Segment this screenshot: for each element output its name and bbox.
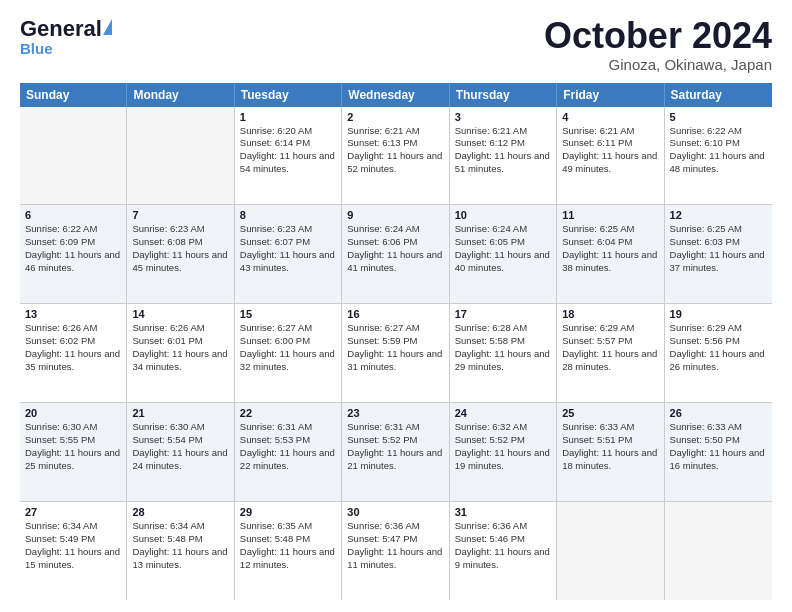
daylight-text: Daylight: 11 hours and 49 minutes.	[562, 150, 658, 176]
daylight-text: Daylight: 11 hours and 37 minutes.	[670, 249, 767, 275]
cal-cell: 9Sunrise: 6:24 AMSunset: 6:06 PMDaylight…	[342, 205, 449, 303]
daylight-text: Daylight: 11 hours and 48 minutes.	[670, 150, 767, 176]
sunrise-text: Sunrise: 6:27 AM	[240, 322, 336, 335]
sunset-text: Sunset: 5:51 PM	[562, 434, 658, 447]
sunset-text: Sunset: 5:46 PM	[455, 533, 551, 546]
cal-cell: 5Sunrise: 6:22 AMSunset: 6:10 PMDaylight…	[665, 107, 772, 205]
day-number: 10	[455, 209, 551, 221]
page: General Blue October 2024 Ginoza, Okinaw…	[0, 0, 792, 612]
cal-cell: 7Sunrise: 6:23 AMSunset: 6:08 PMDaylight…	[127, 205, 234, 303]
sunset-text: Sunset: 6:14 PM	[240, 137, 336, 150]
daylight-text: Daylight: 11 hours and 54 minutes.	[240, 150, 336, 176]
daylight-text: Daylight: 11 hours and 9 minutes.	[455, 546, 551, 572]
day-number: 29	[240, 506, 336, 518]
sunrise-text: Sunrise: 6:32 AM	[455, 421, 551, 434]
cal-cell: 23Sunrise: 6:31 AMSunset: 5:52 PMDayligh…	[342, 403, 449, 501]
sunrise-text: Sunrise: 6:22 AM	[25, 223, 121, 236]
sunrise-text: Sunrise: 6:30 AM	[25, 421, 121, 434]
cal-cell: 27Sunrise: 6:34 AMSunset: 5:49 PMDayligh…	[20, 502, 127, 600]
cal-cell: 28Sunrise: 6:34 AMSunset: 5:48 PMDayligh…	[127, 502, 234, 600]
daylight-text: Daylight: 11 hours and 24 minutes.	[132, 447, 228, 473]
sunset-text: Sunset: 6:00 PM	[240, 335, 336, 348]
sunset-text: Sunset: 6:09 PM	[25, 236, 121, 249]
sunrise-text: Sunrise: 6:29 AM	[562, 322, 658, 335]
calendar-week-3: 13Sunrise: 6:26 AMSunset: 6:02 PMDayligh…	[20, 304, 772, 403]
sunset-text: Sunset: 5:52 PM	[347, 434, 443, 447]
sunrise-text: Sunrise: 6:25 AM	[562, 223, 658, 236]
sunset-text: Sunset: 5:57 PM	[562, 335, 658, 348]
daylight-text: Daylight: 11 hours and 13 minutes.	[132, 546, 228, 572]
cal-cell: 1Sunrise: 6:20 AMSunset: 6:14 PMDaylight…	[235, 107, 342, 205]
sunrise-text: Sunrise: 6:30 AM	[132, 421, 228, 434]
sunset-text: Sunset: 5:50 PM	[670, 434, 767, 447]
sunrise-text: Sunrise: 6:25 AM	[670, 223, 767, 236]
cal-cell: 30Sunrise: 6:36 AMSunset: 5:47 PMDayligh…	[342, 502, 449, 600]
day-number: 13	[25, 308, 121, 320]
cal-cell: 3Sunrise: 6:21 AMSunset: 6:12 PMDaylight…	[450, 107, 557, 205]
day-number: 23	[347, 407, 443, 419]
sunrise-text: Sunrise: 6:24 AM	[455, 223, 551, 236]
cal-cell: 17Sunrise: 6:28 AMSunset: 5:58 PMDayligh…	[450, 304, 557, 402]
day-number: 31	[455, 506, 551, 518]
day-number: 14	[132, 308, 228, 320]
daylight-text: Daylight: 11 hours and 25 minutes.	[25, 447, 121, 473]
cal-cell	[20, 107, 127, 205]
day-header-monday: Monday	[127, 83, 234, 107]
sunset-text: Sunset: 5:55 PM	[25, 434, 121, 447]
cal-cell: 12Sunrise: 6:25 AMSunset: 6:03 PMDayligh…	[665, 205, 772, 303]
day-number: 18	[562, 308, 658, 320]
cal-cell: 13Sunrise: 6:26 AMSunset: 6:02 PMDayligh…	[20, 304, 127, 402]
logo-triangle-icon	[103, 19, 112, 35]
cal-cell: 2Sunrise: 6:21 AMSunset: 6:13 PMDaylight…	[342, 107, 449, 205]
daylight-text: Daylight: 11 hours and 18 minutes.	[562, 447, 658, 473]
cal-cell: 18Sunrise: 6:29 AMSunset: 5:57 PMDayligh…	[557, 304, 664, 402]
cal-cell	[557, 502, 664, 600]
daylight-text: Daylight: 11 hours and 52 minutes.	[347, 150, 443, 176]
calendar-week-1: 1Sunrise: 6:20 AMSunset: 6:14 PMDaylight…	[20, 107, 772, 206]
sunrise-text: Sunrise: 6:31 AM	[347, 421, 443, 434]
cal-cell: 29Sunrise: 6:35 AMSunset: 5:48 PMDayligh…	[235, 502, 342, 600]
sunrise-text: Sunrise: 6:28 AM	[455, 322, 551, 335]
cal-cell: 26Sunrise: 6:33 AMSunset: 5:50 PMDayligh…	[665, 403, 772, 501]
day-number: 30	[347, 506, 443, 518]
daylight-text: Daylight: 11 hours and 16 minutes.	[670, 447, 767, 473]
day-header-thursday: Thursday	[450, 83, 557, 107]
day-number: 19	[670, 308, 767, 320]
cal-cell: 15Sunrise: 6:27 AMSunset: 6:00 PMDayligh…	[235, 304, 342, 402]
sunrise-text: Sunrise: 6:21 AM	[455, 125, 551, 138]
day-number: 1	[240, 111, 336, 123]
sunset-text: Sunset: 6:11 PM	[562, 137, 658, 150]
cal-cell: 8Sunrise: 6:23 AMSunset: 6:07 PMDaylight…	[235, 205, 342, 303]
sunrise-text: Sunrise: 6:26 AM	[132, 322, 228, 335]
daylight-text: Daylight: 11 hours and 21 minutes.	[347, 447, 443, 473]
sunset-text: Sunset: 6:02 PM	[25, 335, 121, 348]
daylight-text: Daylight: 11 hours and 40 minutes.	[455, 249, 551, 275]
sunset-text: Sunset: 6:08 PM	[132, 236, 228, 249]
daylight-text: Daylight: 11 hours and 45 minutes.	[132, 249, 228, 275]
sunrise-text: Sunrise: 6:34 AM	[25, 520, 121, 533]
calendar-header-row: SundayMondayTuesdayWednesdayThursdayFrid…	[20, 83, 772, 107]
daylight-text: Daylight: 11 hours and 32 minutes.	[240, 348, 336, 374]
daylight-text: Daylight: 11 hours and 19 minutes.	[455, 447, 551, 473]
sunset-text: Sunset: 5:47 PM	[347, 533, 443, 546]
sunset-text: Sunset: 6:04 PM	[562, 236, 658, 249]
daylight-text: Daylight: 11 hours and 11 minutes.	[347, 546, 443, 572]
calendar: SundayMondayTuesdayWednesdayThursdayFrid…	[20, 83, 772, 600]
day-number: 9	[347, 209, 443, 221]
day-number: 16	[347, 308, 443, 320]
sunset-text: Sunset: 5:56 PM	[670, 335, 767, 348]
sunrise-text: Sunrise: 6:22 AM	[670, 125, 767, 138]
sunrise-text: Sunrise: 6:36 AM	[347, 520, 443, 533]
daylight-text: Daylight: 11 hours and 28 minutes.	[562, 348, 658, 374]
day-number: 27	[25, 506, 121, 518]
calendar-body: 1Sunrise: 6:20 AMSunset: 6:14 PMDaylight…	[20, 107, 772, 600]
cal-cell	[127, 107, 234, 205]
daylight-text: Daylight: 11 hours and 15 minutes.	[25, 546, 121, 572]
cal-cell: 19Sunrise: 6:29 AMSunset: 5:56 PMDayligh…	[665, 304, 772, 402]
sunset-text: Sunset: 5:54 PM	[132, 434, 228, 447]
day-number: 11	[562, 209, 658, 221]
cal-cell: 10Sunrise: 6:24 AMSunset: 6:05 PMDayligh…	[450, 205, 557, 303]
cal-cell: 11Sunrise: 6:25 AMSunset: 6:04 PMDayligh…	[557, 205, 664, 303]
sunset-text: Sunset: 6:10 PM	[670, 137, 767, 150]
cal-cell: 25Sunrise: 6:33 AMSunset: 5:51 PMDayligh…	[557, 403, 664, 501]
